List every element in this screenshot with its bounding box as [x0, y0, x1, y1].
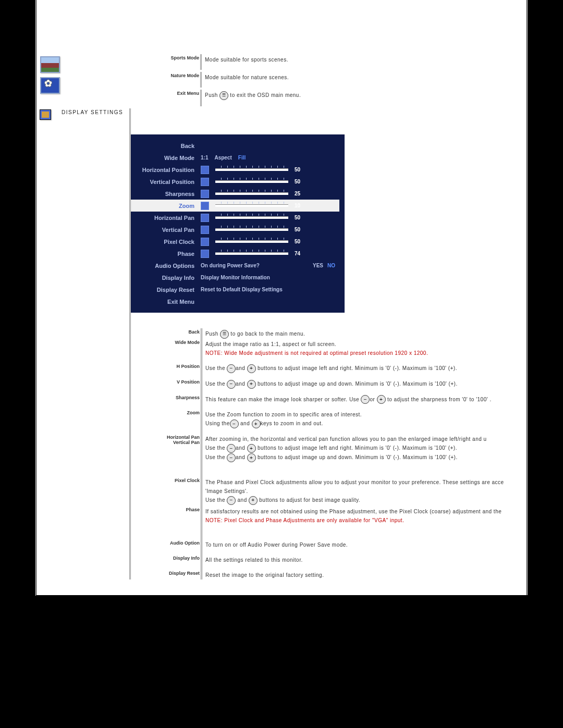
osd-row-label: Sharpness: [131, 191, 198, 197]
minus-button-icon: [361, 395, 370, 404]
osd-row-label: Pixel Clock: [131, 239, 198, 245]
osd-slider-icon: [201, 190, 209, 198]
osd-slider-value: 50: [295, 179, 300, 184]
osd-row-value: 50: [198, 238, 339, 246]
osd-row-label: Vertical Pan: [131, 227, 198, 233]
osd-row-value: 25: [198, 190, 339, 198]
osd-row-label: Audio Options: [131, 263, 198, 269]
osd-row-value: 50: [198, 226, 339, 234]
osd-row-value: 10: [198, 202, 339, 210]
minus-button-icon: [227, 453, 236, 462]
osd-slider-icon: [201, 214, 209, 222]
osd-row-label: Wide Mode: [131, 155, 198, 161]
osd-slider-track: [215, 192, 288, 195]
osd-row-label: Vertical Position: [131, 179, 198, 185]
osd-row: Phase74: [131, 248, 339, 260]
setting-label: Display Reset: [131, 564, 201, 579]
osd-row: Wide Mode1:1AspectFill: [131, 152, 339, 164]
setting-label: Back: [131, 328, 201, 338]
osd-menu-screenshot: BackWide Mode1:1AspectFillHorizontal Pos…: [131, 134, 345, 313]
osd-row-value: Reset to Default Display Settings: [198, 287, 339, 292]
setting-label: Display Info: [131, 549, 201, 564]
setting-description: Use the and buttons to adjust image left…: [202, 357, 527, 373]
osd-slider-value: 10: [295, 203, 300, 208]
osd-row-value: On during Power Save?YESNO: [198, 263, 339, 268]
osd-row: Vertical Position50: [131, 176, 339, 188]
osd-slider-track: [215, 216, 288, 219]
setting-description: Push to go back to the main menu.: [202, 328, 527, 339]
osd-slider-value: 50: [295, 167, 300, 172]
osd-row-label: Display Reset: [131, 287, 198, 293]
setting-label: V Position: [131, 373, 201, 388]
osd-slider-icon: [201, 202, 209, 210]
document-page: Sports ModeMode suitable for sports scen…: [35, 0, 528, 596]
setting-description: This feature can make the image look sha…: [202, 389, 527, 404]
plus-button-icon: [247, 453, 256, 462]
minus-button-icon: [227, 444, 236, 453]
osd-row-value: 1:1AspectFill: [198, 155, 339, 161]
plus-button-icon: [247, 380, 256, 389]
osd-slider-value: 50: [295, 239, 300, 244]
setting-description: Reset the image to the original factory …: [202, 564, 527, 579]
preset-description: Mode suitable for sports scenes.: [202, 54, 527, 64]
nature-mode-thumbnail: [40, 77, 60, 94]
preset-label: Sports Mode: [62, 54, 202, 70]
osd-row-label: Display Info: [131, 275, 198, 281]
osd-row-value: 74: [198, 250, 339, 258]
osd-slider-track: [215, 240, 288, 243]
setting-description: To turn on or off Audio Power during Pow…: [202, 525, 527, 549]
osd-slider-icon: [201, 250, 209, 258]
setting-description: Adjust the image ratio as 1:1, aspect or…: [202, 339, 527, 357]
osd-slider-value: 50: [295, 215, 300, 220]
osd-slider-track: [215, 228, 288, 231]
plus-button-icon: [252, 419, 261, 428]
plus-button-icon: [377, 395, 386, 404]
setting-description: All the settings related to this monitor…: [202, 549, 527, 564]
preset-description: Push to exit the OSD main menu.: [202, 90, 527, 100]
osd-slider-icon: [201, 166, 209, 174]
osd-row: Pixel Clock50: [131, 236, 339, 248]
osd-slider-icon: [201, 238, 209, 246]
plus-button-icon: [247, 364, 256, 373]
osd-row: Display InfoDisplay Monitor Information: [131, 272, 339, 283]
preset-label: Exit Menu: [62, 90, 202, 106]
osd-slider-value: 50: [295, 227, 300, 232]
plus-button-icon: [249, 496, 258, 505]
osd-slider-track: [215, 204, 288, 207]
minus-button-icon: [227, 496, 236, 505]
setting-description: Use the and buttons to adjust image up a…: [202, 373, 527, 389]
osd-slider-track: [215, 252, 288, 255]
plus-button-icon: [247, 444, 256, 453]
setting-label: H Position: [131, 357, 201, 372]
osd-row-label: Back: [131, 143, 198, 149]
setting-description: Use the Zoom function to zoom in to spec…: [202, 404, 527, 428]
setting-label: Zoom: [131, 404, 201, 418]
preset-label: Nature Mode: [62, 72, 202, 88]
setting-label: Phase: [131, 505, 201, 515]
preset-description: Mode suitable for nature scenes.: [202, 72, 527, 82]
setting-label: Sharpness: [131, 389, 201, 403]
sports-mode-thumbnail: [40, 56, 60, 73]
osd-slider-track: [215, 168, 288, 171]
setting-label: Wide Mode: [131, 339, 201, 348]
setting-description: The Phase and Pixel Clock adjustments al…: [202, 462, 527, 505]
osd-row: Sharpness25: [131, 188, 339, 200]
setting-label: Audio Option: [131, 525, 201, 549]
osd-row: Audio OptionsOn during Power Save?YESNO: [131, 260, 339, 272]
setting-description: After zooming in, the horizontal and ver…: [202, 428, 527, 462]
setting-description: If satisfactory results are not obtained…: [202, 505, 527, 525]
minus-button-icon: [227, 364, 236, 373]
display-settings-title: DISPLAY SETTINGS: [62, 108, 129, 115]
osd-slider-icon: [201, 226, 209, 234]
osd-row-label: Horizontal Pan: [131, 215, 198, 221]
osd-row: Zoom10: [131, 200, 339, 212]
osd-row-value: Display Monitor Information: [198, 275, 339, 280]
minus-button-icon: [227, 380, 236, 389]
osd-row-label: Phase: [131, 251, 198, 257]
setting-label: Pixel Clock: [131, 462, 201, 486]
osd-row-value: 50: [198, 178, 339, 186]
osd-row: Display ResetReset to Default Display Se…: [131, 283, 339, 295]
osd-slider-icon: [201, 178, 209, 186]
osd-slider-track: [215, 180, 288, 183]
osd-row-label: Horizontal Position: [131, 167, 198, 173]
